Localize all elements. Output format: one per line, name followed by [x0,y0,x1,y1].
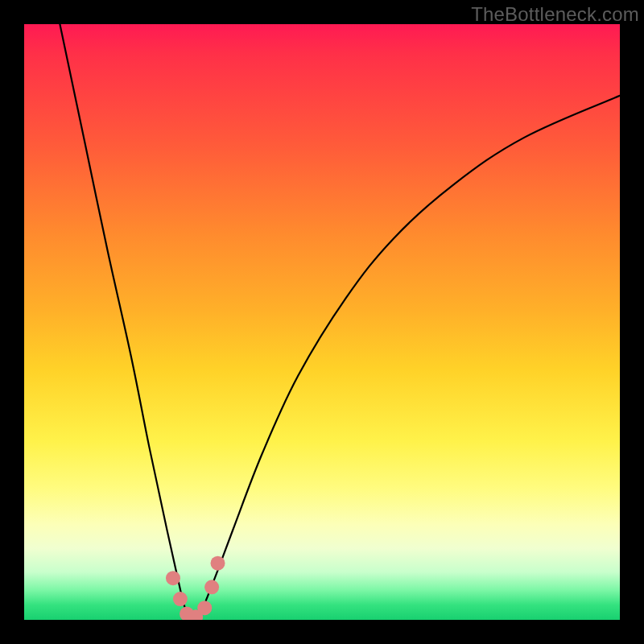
curve-svg [24,24,620,620]
curve-marker [204,580,219,594]
chart-frame: TheBottleneck.com [0,0,644,644]
bottleneck-curve [60,24,620,620]
curve-marker [211,556,225,571]
curve-marker [173,592,188,606]
watermark-text: TheBottleneck.com [471,3,639,26]
curve-marker [166,571,180,585]
curve-marker [197,601,212,615]
plot-area [24,24,620,620]
